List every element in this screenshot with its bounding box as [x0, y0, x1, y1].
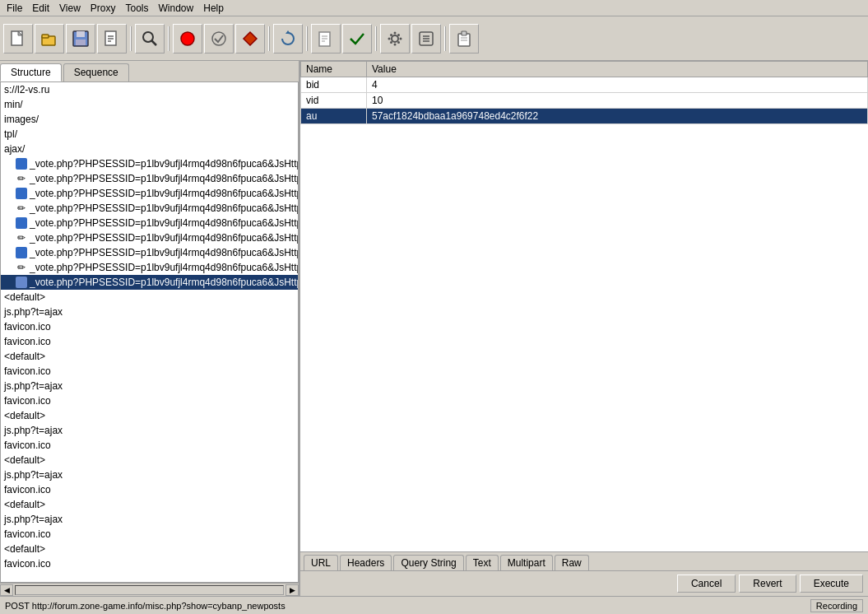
menu-window[interactable]: Window — [154, 1, 199, 16]
tab-text[interactable]: Text — [466, 555, 499, 570]
tree-item-label: _vote.php?PHPSESSID=p1lbv9ufjl4rmq4d98n6… — [30, 261, 299, 274]
svg-point-13 — [181, 32, 194, 45]
cell-value: 4 — [367, 77, 868, 93]
list-item[interactable]: images/ — [1, 112, 298, 127]
list-item[interactable]: ajax/ — [1, 142, 298, 156]
list-item[interactable]: _vote.php?PHPSESSID=p1lbv9ufjl4rmq4d98n6… — [1, 216, 298, 230]
list-item[interactable]: min/ — [1, 97, 298, 112]
menu-file[interactable]: File — [2, 1, 27, 16]
svg-rect-35 — [462, 31, 466, 35]
list-item[interactable]: favicon.ico — [1, 334, 298, 349]
list-item[interactable]: js.php?t=ajax — [1, 512, 298, 527]
options-button[interactable] — [411, 24, 441, 53]
list-item[interactable]: <default> — [1, 349, 298, 364]
list-item[interactable]: js.php?t=ajax — [1, 423, 298, 438]
clipboard-button[interactable] — [449, 24, 479, 53]
list-item[interactable]: ✏ _vote.php?PHPSESSID=p1lbv9ufjl4rmq4d98… — [1, 201, 298, 216]
list-item[interactable]: tpl/ — [1, 127, 298, 142]
list-item[interactable]: favicon.ico — [1, 527, 298, 542]
main-content: Structure Sequence s://l2-vs.ru min/ ima… — [0, 61, 868, 596]
svg-point-21 — [392, 35, 398, 42]
tree-root[interactable]: s://l2-vs.ru — [1, 82, 298, 97]
svg-point-27 — [397, 41, 400, 44]
tab-query-string[interactable]: Query String — [393, 555, 463, 570]
tree-item-label: ajax/ — [4, 142, 25, 156]
tab-structure[interactable]: Structure — [0, 63, 62, 81]
tab-url[interactable]: URL — [304, 555, 338, 570]
scroll-left-button[interactable]: ◀ — [0, 584, 13, 596]
save-button[interactable] — [66, 24, 95, 53]
menu-proxy[interactable]: Proxy — [86, 1, 121, 16]
search-button[interactable] — [135, 24, 165, 53]
tree-item-label: js.php?t=ajax — [4, 424, 63, 437]
table-row[interactable]: bid 4 — [301, 77, 868, 93]
edit-button[interactable] — [311, 24, 341, 53]
tree-item-label: <default> — [4, 291, 45, 304]
table-row[interactable]: au 57acf1824bdbaa1a969748ed4c2f6f22 — [301, 109, 868, 124]
intercept-button[interactable] — [204, 24, 234, 53]
svg-point-22 — [394, 31, 397, 34]
execute-button[interactable]: Execute — [800, 574, 863, 593]
list-item[interactable]: ✏ _vote.php?PHPSESSID=p1lbv9ufjl4rmq4d98… — [1, 171, 298, 186]
list-item[interactable]: <default> — [1, 290, 298, 305]
list-item[interactable]: <default> — [1, 408, 298, 423]
cell-name: bid — [301, 77, 367, 93]
record-button[interactable] — [173, 24, 202, 53]
scroll-track[interactable] — [15, 585, 284, 595]
menu-tools[interactable]: Tools — [121, 1, 154, 16]
tab-multipart[interactable]: Multipart — [500, 555, 553, 570]
list-item[interactable]: ✏ _vote.php?PHPSESSID=p1lbv9ufjl4rmq4d98… — [1, 260, 298, 275]
list-item[interactable]: <default> — [1, 542, 298, 556]
svg-rect-3 — [42, 35, 49, 38]
list-item[interactable]: favicon.ico — [1, 482, 298, 497]
list-item[interactable]: _vote.php?PHPSESSID=p1lbv9ufjl4rmq4d98n6… — [1, 156, 298, 171]
tree-item-label: images/ — [4, 113, 39, 126]
svg-marker-16 — [285, 30, 290, 34]
tree-item-label: favicon.ico — [4, 320, 51, 333]
menu-edit[interactable]: Edit — [27, 1, 54, 16]
list-item[interactable]: _vote.php?PHPSESSID=p1lbv9ufjl4rmq4d98n6… — [1, 186, 298, 201]
refresh-button[interactable] — [273, 24, 303, 53]
tree-item-label: favicon.ico — [4, 394, 51, 407]
svg-rect-6 — [76, 40, 86, 45]
tree-item-label: favicon.ico — [4, 439, 51, 452]
list-item[interactable]: favicon.ico — [1, 319, 298, 334]
list-item[interactable]: <default> — [1, 497, 298, 512]
left-tabs: Structure Sequence — [0, 61, 299, 82]
list-item[interactable]: js.php?t=ajax — [1, 305, 298, 319]
cancel-button[interactable]: Cancel — [677, 574, 736, 593]
tab-raw[interactable]: Raw — [555, 555, 589, 570]
post-icon — [16, 247, 27, 258]
scroll-right-button[interactable]: ▶ — [285, 584, 299, 596]
list-item[interactable]: favicon.ico — [1, 556, 298, 571]
pencil-icon: ✏ — [16, 202, 27, 214]
list-item[interactable]: <default> — [1, 453, 298, 467]
separator-5 — [375, 26, 377, 51]
stop-button[interactable] — [235, 24, 265, 53]
list-item[interactable]: ✏ _vote.php?PHPSESSID=p1lbv9ufjl4rmq4d98… — [1, 230, 298, 245]
menu-view[interactable]: View — [54, 1, 86, 16]
revert-button[interactable]: Revert — [739, 574, 796, 593]
tree-item-label: min/ — [4, 98, 23, 111]
tab-sequence[interactable]: Sequence — [63, 63, 129, 81]
list-item[interactable]: favicon.ico — [1, 438, 298, 453]
menu-help[interactable]: Help — [198, 1, 229, 16]
tab-headers[interactable]: Headers — [340, 555, 392, 570]
list-item[interactable]: favicon.ico — [1, 364, 298, 379]
table-row[interactable]: vid 10 — [301, 93, 868, 109]
settings-button[interactable] — [380, 24, 410, 53]
separator-3 — [268, 26, 270, 51]
list-item[interactable]: favicon.ico — [1, 393, 298, 408]
tree-container[interactable]: s://l2-vs.ru min/ images/ tpl/ ajax/ _vo… — [0, 82, 299, 583]
list-item[interactable]: _vote.php?PHPSESSID=p1lbv9ufjl4rmq4d98n6… — [1, 275, 298, 290]
tree-root-label: s://l2-vs.ru — [4, 83, 49, 96]
list-item[interactable]: js.php?t=ajax — [1, 467, 298, 482]
cell-name: vid — [301, 93, 367, 109]
open-button[interactable] — [35, 24, 64, 53]
save-as-button[interactable] — [97, 24, 127, 53]
list-item[interactable]: _vote.php?PHPSESSID=p1lbv9ufjl4rmq4d98n6… — [1, 245, 298, 260]
horizontal-scrollbar[interactable]: ◀ ▶ — [0, 583, 299, 596]
new-button[interactable] — [3, 24, 33, 53]
check-button[interactable] — [342, 24, 372, 53]
list-item[interactable]: js.php?t=ajax — [1, 379, 298, 393]
